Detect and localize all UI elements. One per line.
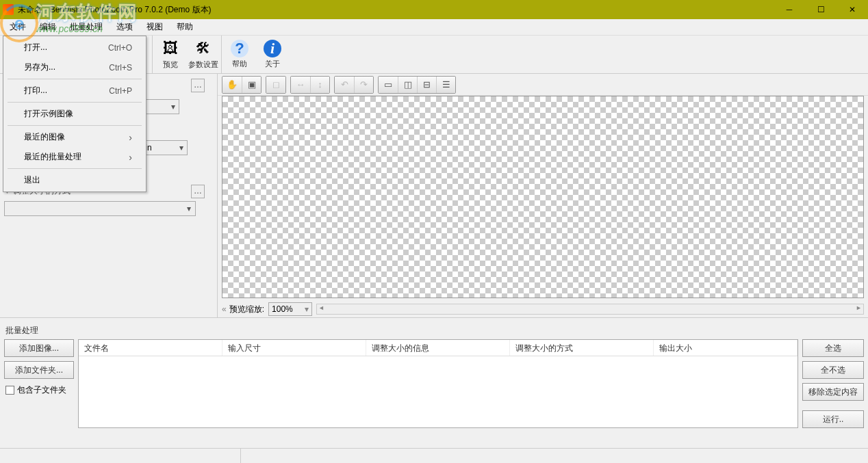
view-split-v[interactable]: ◫ (398, 77, 417, 93)
include-subfolders-checkbox[interactable] (5, 386, 14, 395)
menu-options[interactable]: 选项 (110, 19, 140, 35)
menu-file[interactable]: 文件 (3, 19, 33, 35)
zoom-value: 100% (272, 304, 293, 314)
menu-recent-images-label: 最近的图像 (24, 131, 65, 143)
close-button[interactable]: ✕ (837, 0, 868, 19)
menu-recent-batch-label: 最近的批量处理 (24, 151, 81, 163)
preview-icon: 🖼 (161, 39, 180, 58)
run-button[interactable]: 运行.. (802, 410, 864, 428)
col-input-size[interactable]: 输入尺寸 (222, 340, 366, 356)
info-icon: i (264, 40, 281, 57)
toolbar-about[interactable]: i 关于 (256, 36, 289, 73)
window-title: 未命名 - BenVista PhotoZoom Pro 7.0.2 (Demo… (18, 4, 212, 16)
col-filename[interactable]: 文件名 (79, 340, 222, 356)
toolbar-preview-label: 预览 (163, 59, 178, 70)
rotate-right[interactable]: ↷ (354, 77, 373, 93)
menu-batch[interactable]: 批量处理 (63, 19, 110, 35)
menu-open-sample[interactable]: 打开示例图像 (5, 104, 144, 124)
rotate-left[interactable]: ↶ (335, 77, 354, 93)
file-menu-dropdown: 打开... Ctrl+O 另存为... Ctrl+S 打印... Ctrl+P … (3, 36, 146, 192)
menu-separator (8, 102, 142, 103)
col-output-size[interactable]: 输出大小 (654, 340, 797, 356)
menu-help[interactable]: 帮助 (170, 19, 200, 35)
collapse-icon[interactable]: « (222, 304, 227, 314)
batch-title: 批量处理 (4, 322, 864, 339)
settings-icon: 🛠 (194, 39, 213, 58)
add-folder-button[interactable]: 添加文件夹... (4, 361, 74, 379)
menu-separator (8, 125, 142, 126)
resize-method-select[interactable] (4, 201, 196, 216)
toolbar-help[interactable]: ? 帮助 (223, 36, 256, 73)
crop-tool[interactable]: ◻ (266, 77, 285, 93)
preview-toolbar: ✋ ▣ ◻ ↔ ↕ ↶ ↷ ▭ ◫ ⊟ ☰ (218, 74, 868, 96)
menu-exit[interactable]: 退出 (5, 170, 144, 190)
table-header: 文件名 输入尺寸 调整大小的信息 调整大小的方式 输出大小 (79, 340, 797, 356)
add-images-button[interactable]: 添加图像... (4, 339, 74, 357)
menu-print-shortcut: Ctrl+P (109, 86, 132, 96)
menu-view[interactable]: 视图 (140, 19, 170, 35)
titlebar: 未命名 - BenVista PhotoZoom Pro 7.0.2 (Demo… (0, 0, 868, 19)
menubar: 文件 编辑 批量处理 选项 视图 帮助 (0, 19, 868, 36)
toolbar-about-label: 关于 (265, 59, 280, 69)
select-all-button[interactable]: 全选 (802, 339, 864, 357)
maximize-button[interactable]: ☐ (805, 0, 837, 19)
menu-open-shortcut: Ctrl+O (108, 43, 132, 53)
menu-print-label: 打印... (24, 85, 47, 96)
toolbar-help-label: 帮助 (232, 59, 247, 69)
menu-open[interactable]: 打开... Ctrl+O (5, 38, 144, 57)
marquee-tool[interactable]: ▣ (242, 77, 261, 93)
zoom-bar: « 预览缩放: 100% (218, 301, 868, 317)
horizontal-scrollbar[interactable] (316, 304, 864, 315)
select-none-button[interactable]: 全不选 (802, 361, 864, 379)
minimize-button[interactable]: ─ (774, 0, 805, 19)
status-cell (0, 449, 241, 463)
menu-recent-images[interactable]: 最近的图像 (5, 127, 144, 147)
batch-table[interactable]: 文件名 输入尺寸 调整大小的信息 调整大小的方式 输出大小 (78, 339, 798, 428)
hand-tool[interactable]: ✋ (222, 77, 242, 93)
view-split-h[interactable]: ⊟ (417, 77, 436, 93)
remove-selected-button[interactable]: 移除选定内容 (802, 383, 864, 401)
menu-open-label: 打开... (24, 42, 47, 53)
preview-canvas[interactable] (222, 96, 864, 298)
app-icon (3, 4, 14, 15)
flip-horizontal[interactable]: ↔ (291, 77, 310, 93)
include-subfolders-label: 包含子文件夹 (17, 384, 66, 396)
toolbar-preview[interactable]: 🖼 预览 (154, 36, 187, 73)
menu-exit-label: 退出 (24, 174, 40, 186)
zoom-label: 预览缩放: (229, 304, 264, 315)
col-resize-method[interactable]: 调整大小的方式 (510, 340, 654, 356)
batch-panel: 批量处理 添加图像... 添加文件夹... 包含子文件夹 文件名 输入尺寸 调整… (0, 317, 868, 432)
toolbar-params[interactable]: 🛠 参数设置 (187, 36, 220, 73)
col-resize-info[interactable]: 调整大小的信息 (366, 340, 510, 356)
preview-area: ✋ ▣ ◻ ↔ ↕ ↶ ↷ ▭ ◫ ⊟ ☰ « 预览缩放: (218, 74, 868, 317)
menu-separator (8, 168, 142, 169)
menu-edit[interactable]: 编辑 (33, 19, 63, 35)
menu-separator (8, 79, 142, 79)
flip-vertical[interactable]: ↕ (310, 77, 329, 93)
statusbar (0, 448, 868, 463)
new-size-options-button[interactable]: … (191, 79, 205, 92)
menu-save-as[interactable]: 另存为... Ctrl+S (5, 57, 144, 77)
menu-recent-batch[interactable]: 最近的批量处理 (5, 147, 144, 167)
view-split-stack[interactable]: ☰ (436, 77, 455, 93)
menu-save-as-label: 另存为... (24, 62, 55, 73)
menu-print[interactable]: 打印... Ctrl+P (5, 81, 144, 101)
menu-open-sample-label: 打开示例图像 (24, 108, 73, 120)
include-subfolders-row[interactable]: 包含子文件夹 (4, 383, 74, 397)
zoom-select[interactable]: 100% (268, 302, 312, 316)
menu-save-as-shortcut: Ctrl+S (109, 63, 132, 72)
resize-method-options-button[interactable]: … (191, 185, 205, 198)
help-icon: ? (231, 40, 248, 57)
view-single[interactable]: ▭ (379, 77, 398, 93)
toolbar-params-label: 参数设置 (188, 59, 218, 70)
